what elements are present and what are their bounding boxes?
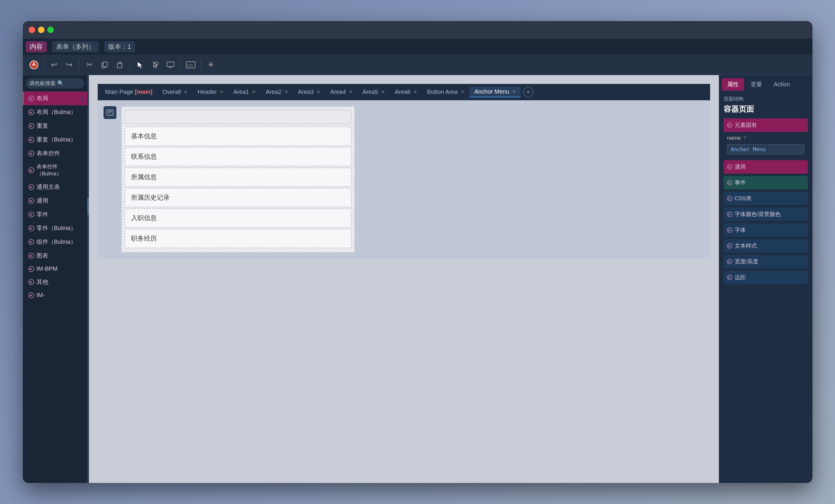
tab-area4-close[interactable]: ✕ [349, 89, 353, 95]
sidebar-item-common[interactable]: ▶ 通用 [23, 194, 87, 208]
right-panel-body: 页面结构 容器页面 ▶ 元素固有 name ? Anchor Menu [719, 91, 813, 483]
sidebar-label-6: 通用主表 [37, 183, 60, 191]
prop-header-inherent[interactable]: ▶ 元素固有 [724, 119, 808, 132]
tab-area4[interactable]: Area4 ✕ [326, 87, 357, 97]
prop-header-font[interactable]: ▶ 字体 [724, 223, 808, 237]
tab-area5[interactable]: Area5 ✕ [358, 87, 390, 97]
tab-header[interactable]: Header ✕ [193, 87, 228, 97]
play-icon-css: ▶ [727, 196, 732, 201]
sidebar-item-parts[interactable]: ▶ 零件 [23, 208, 87, 221]
sidebar-item-repeat[interactable]: ▶ 重复 [23, 119, 87, 133]
tab-main-page[interactable]: Main Page [main] [101, 87, 157, 97]
tab-button-area[interactable]: Button Area ✕ [422, 87, 469, 97]
select-icon[interactable] [135, 60, 145, 70]
tab-area3[interactable]: Area3 ✕ [293, 87, 325, 97]
main-window: 内容 表单（多列） 版本：1 ↩ ↪ ✂ C [23, 21, 813, 483]
canvas-section-0[interactable]: 基本信息 [125, 127, 351, 146]
tab-overall-close[interactable]: ✕ [184, 89, 187, 95]
tab-area1-close[interactable]: ✕ [252, 89, 256, 95]
tab-content[interactable]: 内容 [26, 41, 47, 52]
tab-area2[interactable]: Area2 ✕ [261, 87, 292, 97]
window-controls [29, 27, 54, 33]
canvas-section-2[interactable]: 所属信息 [125, 168, 351, 187]
name-value-box[interactable]: Anchor Menu [727, 144, 804, 154]
tab-header-close[interactable]: ✕ [220, 89, 223, 95]
tab-area6-close[interactable]: ✕ [413, 89, 417, 95]
sidebar-label-13: 其他 [37, 278, 48, 286]
sidebar-item-im[interactable]: ▶ IM- [23, 289, 87, 301]
close-button[interactable] [29, 27, 35, 33]
monitor-icon[interactable] [165, 60, 176, 70]
maximize-button[interactable] [47, 27, 54, 33]
name-value-container: Anchor Menu [724, 144, 808, 158]
prop-header-events[interactable]: ▶ 事件 [724, 176, 808, 189]
cut-icon[interactable]: ✂ [84, 60, 95, 70]
tab-overall[interactable]: Overall ✕ [158, 87, 192, 97]
tab-form[interactable]: 表单（多列） [52, 41, 99, 52]
paste-icon[interactable] [115, 60, 125, 70]
prop-label-css: CSS类 [735, 195, 752, 202]
minimize-button[interactable] [38, 27, 44, 33]
prop-header-colors[interactable]: ▶ 字体颜色/背景颜色 [724, 208, 808, 221]
tab-row-2: Main Page [main] Overall ✕ Header ✕ Area… [98, 84, 710, 100]
cursor-icon[interactable] [150, 60, 161, 70]
sidebar-item-parts-bulma[interactable]: ▶ 零件（Bulma） [23, 221, 87, 235]
sidebar-item-layout-bulma[interactable]: ▶ 布局（Bulma） [23, 105, 87, 119]
tab-area3-label: Area3 [298, 89, 313, 95]
redo-icon[interactable]: ↪ [64, 60, 75, 70]
play-icon-1: ▶ [28, 109, 34, 115]
copy-icon[interactable] [99, 60, 110, 70]
tab-area3-close[interactable]: ✕ [317, 89, 320, 95]
sidebar-item-chart[interactable]: ▶ 图表 [23, 249, 87, 262]
play-icon-events: ▶ [727, 180, 732, 185]
star-icon[interactable]: ✳ [206, 60, 216, 70]
tab-anchor-menu-close[interactable]: ✕ [512, 89, 516, 94]
canvas-section-5[interactable]: 职务经历 [125, 229, 351, 248]
sidebar-item-layout[interactable]: ▶ 布局 [23, 91, 87, 105]
play-icon-margin: ▶ [727, 275, 732, 280]
tab-area5-close[interactable]: ✕ [381, 89, 385, 95]
sidebar-item-repeat-bulma[interactable]: ▶ 重复（Bulma） [23, 133, 87, 146]
tab-area6[interactable]: Area6 ✕ [390, 87, 422, 97]
sidebar-label-2: 重复 [37, 122, 48, 130]
right-panel-title: 容器页面 [724, 104, 808, 114]
prop-header-text-style[interactable]: ▶ 文本样式 [724, 239, 808, 253]
prop-group-dimensions: ▶ 宽度/高度 [724, 255, 808, 268]
prop-header-general[interactable]: ▶ 通用 [724, 160, 808, 174]
prop-header-margin[interactable]: ▶ 边距 [724, 271, 808, 284]
sidebar-item-form-control[interactable]: ▶ 表单控件 [23, 146, 87, 160]
sidebar-search[interactable]: 调色板搜索 🔍 [26, 78, 84, 89]
play-icon-5: ▶ [28, 167, 34, 173]
sidebar-item-other[interactable]: ▶ 其他 [23, 275, 87, 289]
rp-tab-variables[interactable]: 变量 [745, 78, 768, 91]
rp-tab-properties[interactable]: 属性 [722, 78, 744, 91]
prop-header-css[interactable]: ▶ CSS类 [724, 192, 808, 205]
tab-button-area-label: Button Area [427, 89, 458, 95]
tab-anchor-menu-label: Anchor Menu [474, 88, 509, 95]
tab-anchor-menu[interactable]: Anchor Menu ✕ [470, 86, 521, 97]
tab-area1[interactable]: Area1 ✕ [229, 87, 260, 97]
page-back-icon[interactable] [104, 106, 116, 119]
sidebar-item-common-table[interactable]: ▶ 通用主表 [23, 180, 87, 194]
undo-icon[interactable]: ↩ [49, 60, 59, 70]
css-icon[interactable]: CSS [185, 60, 196, 70]
section-label-2: 所属信息 [131, 173, 157, 181]
tab-main-page-label: Main Page [105, 89, 134, 95]
sidebar-item-im-bpm[interactable]: ▶ IM-BPM [23, 262, 87, 275]
tab-button-area-close[interactable]: ✕ [461, 89, 465, 95]
svg-rect-3 [117, 63, 122, 68]
sidebar-item-form-control-bulma[interactable]: ▶ 表单控件（Bulma） [23, 160, 87, 180]
toolbar: ↩ ↪ ✂ CSS ✳ [23, 55, 813, 75]
canvas-section-4[interactable]: 入职信息 [125, 208, 351, 228]
play-icon-inherent: ▶ [727, 123, 732, 128]
prop-header-dimensions[interactable]: ▶ 宽度/高度 [724, 255, 808, 268]
tab-area2-close[interactable]: ✕ [284, 89, 288, 95]
tab-add-button[interactable]: + [523, 87, 533, 97]
sidebar-item-components-bulma[interactable]: ▶ 组件（Bulma） [23, 235, 87, 249]
rp-tab-action[interactable]: Action [769, 79, 795, 90]
sidebar-scroll[interactable] [87, 75, 89, 483]
canvas-section-3[interactable]: 所属历史记录 [125, 188, 351, 207]
tab-version[interactable]: 版本：1 [104, 41, 135, 52]
play-icon-10: ▶ [28, 239, 34, 245]
canvas-section-1[interactable]: 联系信息 [125, 147, 351, 166]
